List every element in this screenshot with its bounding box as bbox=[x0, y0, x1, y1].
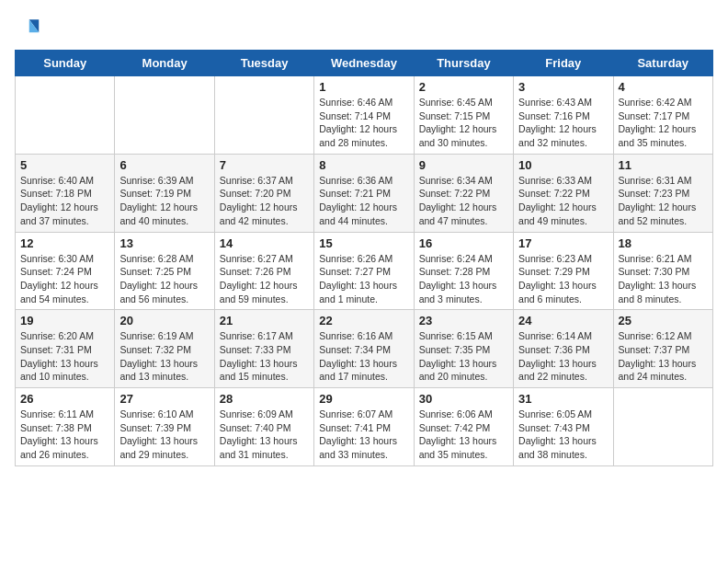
day-info: Sunrise: 6:26 AM Sunset: 7:27 PM Dayligh… bbox=[319, 252, 408, 306]
day-number: 28 bbox=[220, 392, 309, 406]
day-info: Sunrise: 6:10 AM Sunset: 7:39 PM Dayligh… bbox=[119, 408, 209, 462]
calendar-cell: 15Sunrise: 6:26 AM Sunset: 7:27 PM Dayli… bbox=[314, 232, 414, 310]
header-day-saturday: Saturday bbox=[613, 51, 712, 76]
calendar-cell: 9Sunrise: 6:34 AM Sunset: 7:22 PM Daylig… bbox=[414, 154, 513, 232]
day-info: Sunrise: 6:30 AM Sunset: 7:24 PM Dayligh… bbox=[20, 252, 109, 306]
day-info: Sunrise: 6:43 AM Sunset: 7:16 PM Dayligh… bbox=[518, 96, 608, 150]
calendar-cell: 11Sunrise: 6:31 AM Sunset: 7:23 PM Dayli… bbox=[613, 154, 712, 232]
calendar-cell: 10Sunrise: 6:33 AM Sunset: 7:22 PM Dayli… bbox=[514, 154, 613, 232]
day-info: Sunrise: 6:23 AM Sunset: 7:29 PM Dayligh… bbox=[518, 252, 608, 306]
calendar-cell: 4Sunrise: 6:42 AM Sunset: 7:17 PM Daylig… bbox=[613, 76, 712, 155]
header-row: SundayMondayTuesdayWednesdayThursdayFrid… bbox=[16, 51, 713, 76]
header-day-wednesday: Wednesday bbox=[314, 51, 414, 76]
calendar-cell: 20Sunrise: 6:19 AM Sunset: 7:32 PM Dayli… bbox=[115, 310, 214, 388]
calendar-table: SundayMondayTuesdayWednesdayThursdayFrid… bbox=[15, 50, 713, 466]
calendar-header: SundayMondayTuesdayWednesdayThursdayFrid… bbox=[16, 51, 713, 76]
calendar-cell: 25Sunrise: 6:12 AM Sunset: 7:37 PM Dayli… bbox=[613, 310, 712, 388]
calendar-cell: 26Sunrise: 6:11 AM Sunset: 7:38 PM Dayli… bbox=[16, 388, 115, 466]
calendar-cell: 5Sunrise: 6:40 AM Sunset: 7:18 PM Daylig… bbox=[16, 154, 115, 232]
day-number: 7 bbox=[220, 158, 309, 172]
logo bbox=[15, 15, 44, 40]
day-info: Sunrise: 6:17 AM Sunset: 7:33 PM Dayligh… bbox=[220, 329, 309, 384]
calendar-cell: 1Sunrise: 6:46 AM Sunset: 7:14 PM Daylig… bbox=[314, 76, 414, 155]
day-number: 21 bbox=[220, 314, 309, 327]
day-number: 1 bbox=[319, 80, 408, 94]
day-number: 31 bbox=[518, 392, 608, 406]
day-info: Sunrise: 6:05 AM Sunset: 7:43 PM Dayligh… bbox=[518, 408, 608, 462]
day-info: Sunrise: 6:46 AM Sunset: 7:14 PM Dayligh… bbox=[319, 96, 408, 150]
day-number: 29 bbox=[319, 392, 408, 406]
calendar-cell bbox=[214, 76, 313, 155]
day-number: 6 bbox=[119, 158, 209, 172]
calendar-cell bbox=[115, 76, 214, 155]
header-day-thursday: Thursday bbox=[414, 51, 513, 76]
day-number: 22 bbox=[319, 314, 408, 327]
day-info: Sunrise: 6:07 AM Sunset: 7:41 PM Dayligh… bbox=[319, 408, 408, 462]
week-row-5: 26Sunrise: 6:11 AM Sunset: 7:38 PM Dayli… bbox=[16, 388, 713, 466]
day-number: 4 bbox=[619, 80, 708, 94]
calendar-cell: 27Sunrise: 6:10 AM Sunset: 7:39 PM Dayli… bbox=[115, 388, 214, 466]
day-number: 9 bbox=[419, 158, 508, 172]
day-number: 13 bbox=[119, 236, 209, 250]
calendar-cell: 17Sunrise: 6:23 AM Sunset: 7:29 PM Dayli… bbox=[514, 232, 613, 310]
day-info: Sunrise: 6:28 AM Sunset: 7:25 PM Dayligh… bbox=[119, 252, 209, 306]
calendar-cell: 28Sunrise: 6:09 AM Sunset: 7:40 PM Dayli… bbox=[214, 388, 313, 466]
calendar-cell: 18Sunrise: 6:21 AM Sunset: 7:30 PM Dayli… bbox=[613, 232, 712, 310]
day-number: 25 bbox=[619, 314, 708, 327]
day-info: Sunrise: 6:21 AM Sunset: 7:30 PM Dayligh… bbox=[619, 252, 708, 306]
calendar-cell: 16Sunrise: 6:24 AM Sunset: 7:28 PM Dayli… bbox=[414, 232, 513, 310]
calendar-cell: 22Sunrise: 6:16 AM Sunset: 7:34 PM Dayli… bbox=[314, 310, 414, 388]
calendar-cell: 13Sunrise: 6:28 AM Sunset: 7:25 PM Dayli… bbox=[115, 232, 214, 310]
calendar-cell: 6Sunrise: 6:39 AM Sunset: 7:19 PM Daylig… bbox=[115, 154, 214, 232]
day-info: Sunrise: 6:39 AM Sunset: 7:19 PM Dayligh… bbox=[119, 174, 209, 228]
day-number: 27 bbox=[119, 392, 209, 406]
day-info: Sunrise: 6:37 AM Sunset: 7:20 PM Dayligh… bbox=[220, 174, 309, 228]
week-row-2: 5Sunrise: 6:40 AM Sunset: 7:18 PM Daylig… bbox=[16, 154, 713, 232]
day-info: Sunrise: 6:14 AM Sunset: 7:36 PM Dayligh… bbox=[518, 329, 608, 384]
calendar-cell: 21Sunrise: 6:17 AM Sunset: 7:33 PM Dayli… bbox=[214, 310, 313, 388]
day-number: 20 bbox=[119, 314, 209, 327]
calendar-cell bbox=[16, 76, 115, 155]
day-info: Sunrise: 6:34 AM Sunset: 7:22 PM Dayligh… bbox=[419, 174, 508, 228]
day-info: Sunrise: 6:16 AM Sunset: 7:34 PM Dayligh… bbox=[319, 329, 408, 384]
calendar-cell bbox=[613, 388, 712, 466]
calendar-cell: 8Sunrise: 6:36 AM Sunset: 7:21 PM Daylig… bbox=[314, 154, 414, 232]
day-info: Sunrise: 6:45 AM Sunset: 7:15 PM Dayligh… bbox=[419, 96, 508, 150]
day-number: 3 bbox=[518, 80, 608, 94]
day-number: 11 bbox=[619, 158, 708, 172]
calendar-cell: 29Sunrise: 6:07 AM Sunset: 7:41 PM Dayli… bbox=[314, 388, 414, 466]
day-info: Sunrise: 6:12 AM Sunset: 7:37 PM Dayligh… bbox=[619, 329, 708, 384]
calendar-body: 1Sunrise: 6:46 AM Sunset: 7:14 PM Daylig… bbox=[16, 76, 713, 466]
day-number: 15 bbox=[319, 236, 408, 250]
calendar-cell: 14Sunrise: 6:27 AM Sunset: 7:26 PM Dayli… bbox=[214, 232, 313, 310]
calendar-cell: 7Sunrise: 6:37 AM Sunset: 7:20 PM Daylig… bbox=[214, 154, 313, 232]
day-info: Sunrise: 6:19 AM Sunset: 7:32 PM Dayligh… bbox=[119, 329, 209, 384]
day-info: Sunrise: 6:11 AM Sunset: 7:38 PM Dayligh… bbox=[20, 408, 109, 462]
day-number: 30 bbox=[419, 392, 508, 406]
logo-icon bbox=[15, 15, 40, 40]
week-row-4: 19Sunrise: 6:20 AM Sunset: 7:31 PM Dayli… bbox=[16, 310, 713, 388]
calendar-cell: 19Sunrise: 6:20 AM Sunset: 7:31 PM Dayli… bbox=[16, 310, 115, 388]
day-number: 5 bbox=[20, 158, 109, 172]
day-number: 23 bbox=[419, 314, 508, 327]
day-number: 26 bbox=[20, 392, 109, 406]
week-row-1: 1Sunrise: 6:46 AM Sunset: 7:14 PM Daylig… bbox=[16, 76, 713, 155]
day-number: 17 bbox=[518, 236, 608, 250]
calendar-cell: 12Sunrise: 6:30 AM Sunset: 7:24 PM Dayli… bbox=[16, 232, 115, 310]
calendar-cell: 3Sunrise: 6:43 AM Sunset: 7:16 PM Daylig… bbox=[514, 76, 613, 155]
day-number: 16 bbox=[419, 236, 508, 250]
day-info: Sunrise: 6:09 AM Sunset: 7:40 PM Dayligh… bbox=[220, 408, 309, 462]
day-number: 14 bbox=[220, 236, 309, 250]
header-day-friday: Friday bbox=[514, 51, 613, 76]
day-info: Sunrise: 6:31 AM Sunset: 7:23 PM Dayligh… bbox=[619, 174, 708, 228]
day-info: Sunrise: 6:27 AM Sunset: 7:26 PM Dayligh… bbox=[220, 252, 309, 306]
week-row-3: 12Sunrise: 6:30 AM Sunset: 7:24 PM Dayli… bbox=[16, 232, 713, 310]
day-info: Sunrise: 6:20 AM Sunset: 7:31 PM Dayligh… bbox=[20, 329, 109, 384]
day-number: 8 bbox=[319, 158, 408, 172]
header-day-sunday: Sunday bbox=[16, 51, 115, 76]
page-header bbox=[15, 15, 713, 40]
header-day-tuesday: Tuesday bbox=[214, 51, 313, 76]
calendar-cell: 31Sunrise: 6:05 AM Sunset: 7:43 PM Dayli… bbox=[514, 388, 613, 466]
calendar-cell: 24Sunrise: 6:14 AM Sunset: 7:36 PM Dayli… bbox=[514, 310, 613, 388]
day-info: Sunrise: 6:42 AM Sunset: 7:17 PM Dayligh… bbox=[619, 96, 708, 150]
